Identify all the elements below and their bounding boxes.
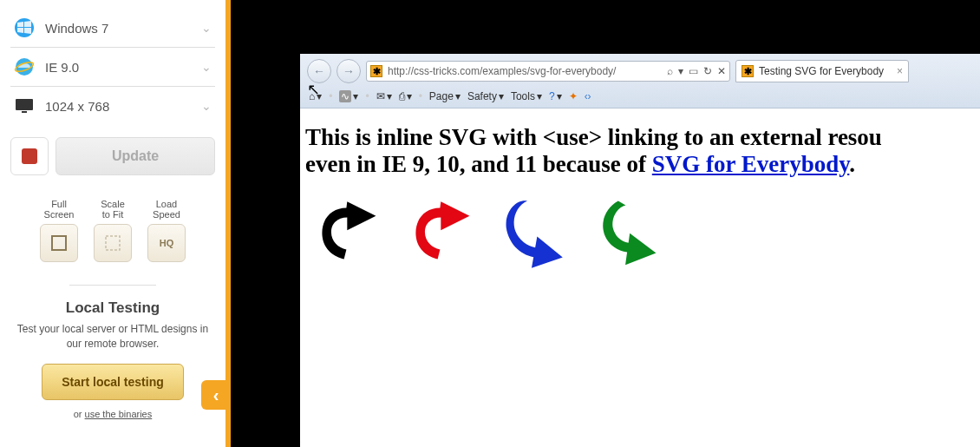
control-sidebar: Windows 7 ⌄ IE 9.0 ⌄ 1024 x 768 ⌄ Update… bbox=[0, 0, 225, 447]
hq-icon: HQ bbox=[160, 238, 174, 248]
ie-icon bbox=[14, 56, 35, 77]
browser-selector[interactable]: IE 9.0 ⌄ bbox=[10, 48, 215, 87]
headline-line1: This is inline SVG with <use> linking to… bbox=[305, 124, 980, 151]
print-icon: ⎙ bbox=[399, 90, 405, 102]
safety-menu[interactable]: Safety▾ bbox=[467, 90, 504, 102]
home-icon: ⌂ bbox=[309, 90, 315, 102]
chevron-down-icon: ⌄ bbox=[201, 21, 212, 35]
favicon-icon: ✱ bbox=[370, 65, 382, 77]
binaries-line: or use the binaries bbox=[10, 409, 215, 419]
remote-screen: ← → ✱ http://css-tricks.com/examples/svg… bbox=[231, 0, 980, 447]
svg-rect-5 bbox=[52, 236, 66, 250]
fullscreen-icon bbox=[49, 233, 69, 253]
svg-rect-3 bbox=[16, 99, 33, 110]
arrow-icons-row bbox=[305, 194, 980, 273]
refresh-icon[interactable]: ↻ bbox=[703, 65, 712, 77]
url-text: http://css-tricks.com/examples/svg-for-e… bbox=[388, 65, 662, 77]
help-icon: ? bbox=[549, 90, 555, 102]
scale-button[interactable] bbox=[94, 224, 132, 262]
resolution-label: 1024 x 768 bbox=[45, 99, 201, 114]
collapse-sidebar-button[interactable]: ‹ bbox=[201, 380, 231, 410]
home-button[interactable]: ⌂▾ bbox=[309, 90, 322, 102]
stop-icon bbox=[22, 148, 37, 164]
favicon-icon: ✱ bbox=[742, 65, 754, 77]
back-button[interactable]: ← bbox=[307, 59, 331, 83]
feeds-button[interactable]: ∿▾ bbox=[339, 90, 358, 102]
mail-button[interactable]: ✉▾ bbox=[376, 90, 392, 102]
scale-icon bbox=[103, 233, 122, 253]
arrow-left-icon: ← bbox=[313, 64, 325, 78]
divider bbox=[69, 285, 156, 286]
arrow-right-icon: → bbox=[343, 64, 355, 78]
page-content: This is inline SVG with <use> linking to… bbox=[300, 108, 980, 447]
close-tab-button[interactable]: × bbox=[897, 65, 903, 77]
speed-button[interactable]: HQ bbox=[147, 224, 186, 262]
fullscreen-button[interactable] bbox=[40, 224, 78, 262]
os-selector[interactable]: Windows 7 ⌄ bbox=[10, 9, 215, 48]
update-button[interactable]: Update bbox=[56, 137, 215, 175]
chevron-down-icon: ⌄ bbox=[201, 99, 212, 113]
speed-label: LoadSpeed bbox=[147, 196, 186, 220]
forward-button[interactable]: → bbox=[336, 59, 361, 83]
windows-icon bbox=[14, 17, 35, 38]
mail-icon: ✉ bbox=[376, 90, 385, 102]
os-label: Windows 7 bbox=[45, 21, 201, 36]
extension-icon[interactable]: ✦ bbox=[569, 90, 578, 102]
stop-button[interactable] bbox=[10, 137, 49, 175]
page-menu[interactable]: Page▾ bbox=[429, 90, 461, 102]
svg-rect-4 bbox=[22, 111, 27, 113]
start-local-testing-button[interactable]: Start local testing bbox=[42, 364, 183, 400]
local-testing-subtitle: Test your local server or HTML designs i… bbox=[10, 322, 215, 352]
browser-label: IE 9.0 bbox=[45, 60, 201, 75]
command-bar: ⌂▾ • ∿▾ • ✉▾ ⎙▾ • Page▾ Safety▾ Tools▾ ?… bbox=[300, 87, 980, 108]
browser-window: ← → ✱ http://css-tricks.com/examples/svg… bbox=[300, 54, 980, 447]
arrow-undo-icon bbox=[310, 194, 390, 273]
chevron-down-icon: ⌄ bbox=[201, 60, 212, 74]
headline-line2: even in IE 9, 10, and 11 because of SVG … bbox=[305, 151, 980, 178]
chevron-left-icon: ‹ bbox=[213, 385, 219, 405]
print-button[interactable]: ⎙▾ bbox=[399, 90, 412, 102]
scale-label: Scaleto Fit bbox=[94, 196, 132, 220]
rss-icon: ∿ bbox=[339, 90, 351, 102]
arrow-down-curve-icon bbox=[498, 194, 578, 273]
tools-menu[interactable]: Tools▾ bbox=[511, 90, 542, 102]
arrow-redo-icon bbox=[404, 194, 484, 273]
dropdown-icon[interactable]: ▾ bbox=[678, 65, 683, 77]
svg-for-everybody-link[interactable]: SVG for Everybody bbox=[652, 151, 850, 177]
view-options: FullScreen Scaleto Fit LoadSpeed HQ bbox=[10, 191, 215, 276]
monitor-icon bbox=[14, 95, 35, 116]
compat-icon[interactable]: ▭ bbox=[689, 65, 698, 77]
arrow-back-curve-icon bbox=[591, 194, 671, 273]
tab-title: Testing SVG for Everybody bbox=[759, 65, 884, 77]
devtools-icon[interactable]: ‹› bbox=[585, 90, 591, 102]
resolution-selector[interactable]: 1024 x 768 ⌄ bbox=[10, 87, 215, 125]
binaries-link[interactable]: use the binaries bbox=[85, 409, 153, 419]
browser-tab[interactable]: ✱ Testing SVG for Everybody × bbox=[735, 60, 909, 82]
svg-rect-6 bbox=[106, 236, 120, 250]
address-bar[interactable]: ✱ http://css-tricks.com/examples/svg-for… bbox=[366, 61, 730, 82]
help-button[interactable]: ?▾ bbox=[549, 90, 562, 102]
fullscreen-label: FullScreen bbox=[40, 196, 78, 220]
search-icon[interactable]: ⌕ bbox=[667, 65, 673, 77]
browser-chrome: ← → ✱ http://css-tricks.com/examples/svg… bbox=[300, 54, 980, 108]
local-testing-title: Local Testing bbox=[10, 299, 215, 317]
stop-icon[interactable]: ✕ bbox=[717, 65, 726, 77]
